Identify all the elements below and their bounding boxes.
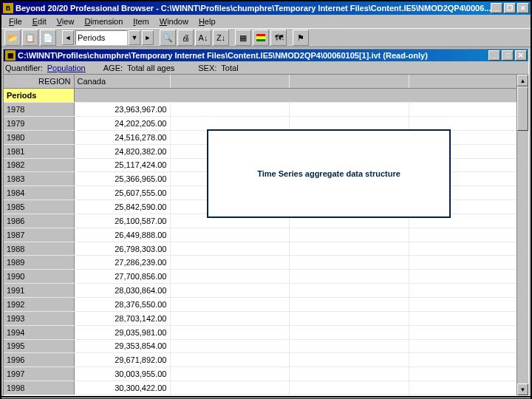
row-value[interactable]: 29,035,981.00 <box>74 325 170 339</box>
paste-icon[interactable]: 📄 <box>40 30 56 46</box>
dimension-selector[interactable]: Periods <box>75 30 127 45</box>
row-year[interactable]: 1990 <box>4 270 74 284</box>
age-label: AGE: <box>103 64 123 72</box>
chart-icon[interactable] <box>253 30 269 46</box>
app-icon: B <box>3 3 13 13</box>
row-value[interactable]: 28,376,550.00 <box>74 298 170 312</box>
doc-titlebar[interactable]: ▦ C:\WINNT\Profiles\chumphre\Temporary I… <box>4 50 528 61</box>
row-value[interactable]: 25,842,590.00 <box>74 200 170 214</box>
table-row[interactable]: 199027,700,856.00 <box>4 270 528 284</box>
row-year[interactable]: 1988 <box>4 242 74 256</box>
prev-button[interactable]: ◄ <box>62 30 74 45</box>
row-year[interactable]: 1982 <box>4 158 74 172</box>
table-row[interactable]: 199629,671,892.00 <box>4 353 528 367</box>
row-value[interactable]: 25,607,555.00 <box>74 186 170 200</box>
row-year[interactable]: 1989 <box>4 256 74 270</box>
menu-view[interactable]: View <box>52 16 79 27</box>
app-titlebar[interactable]: B Beyond 20/20 Professional Browser - C:… <box>1 1 531 15</box>
table-row[interactable]: 199830,300,422.00 <box>4 381 528 395</box>
scroll-down-icon[interactable]: ▼ <box>517 383 528 395</box>
row-year[interactable]: 1985 <box>4 200 74 214</box>
flag-icon[interactable]: ⚑ <box>293 30 309 46</box>
sex-value: Total <box>221 64 238 72</box>
row-year[interactable]: 1983 <box>4 172 74 186</box>
row-value[interactable]: 24,202,205.00 <box>74 117 170 131</box>
table-row[interactable]: 197823,963,967.00 <box>4 103 528 117</box>
vertical-scrollbar[interactable]: ▲ ▼ <box>516 75 528 395</box>
doc-close-button[interactable]: ✕ <box>515 50 527 61</box>
row-year[interactable]: 1981 <box>4 144 74 158</box>
row-value[interactable]: 25,117,424.00 <box>74 158 170 172</box>
map-icon[interactable]: 🗺 <box>270 30 287 46</box>
menu-file[interactable]: File <box>4 16 27 27</box>
row-year[interactable]: 1984 <box>4 186 74 200</box>
menu-item[interactable]: Item <box>129 16 153 27</box>
row-year[interactable]: 1979 <box>4 117 74 131</box>
table-row[interactable]: 197924,202,205.00 <box>4 117 528 131</box>
sort-desc-icon[interactable]: Z↓ <box>213 30 229 46</box>
row-value[interactable]: 28,703,142.00 <box>74 311 170 325</box>
row-value[interactable]: 29,353,854.00 <box>74 339 170 353</box>
row-value[interactable]: 23,963,967.00 <box>74 103 170 117</box>
table-row[interactable]: 198927,286,239.00 <box>4 256 528 270</box>
row-year[interactable]: 1992 <box>4 298 74 312</box>
row-year[interactable]: 1978 <box>4 103 74 117</box>
row-value[interactable]: 26,100,587.00 <box>74 214 170 228</box>
row-year[interactable]: 1980 <box>4 130 74 144</box>
toolbar: 📂 📋 📄 ◄ Periods ▼ ► 🔍 🖨 A↓ Z↓ ▦ 🗺 ⚑ <box>1 28 531 47</box>
column-canada[interactable]: Canada <box>74 75 170 89</box>
table-row[interactable]: 198726,449,888.00 <box>4 228 528 242</box>
dropdown-arrow-icon[interactable]: ▼ <box>129 30 140 45</box>
scroll-up-icon[interactable]: ▲ <box>517 75 528 86</box>
row-year[interactable]: 1987 <box>4 228 74 242</box>
scroll-thumb[interactable] <box>517 86 528 131</box>
row-year[interactable]: 1996 <box>4 353 74 367</box>
table-row[interactable]: 199429,035,981.00 <box>4 325 528 339</box>
row-value[interactable]: 29,671,892.00 <box>74 353 170 367</box>
row-year[interactable]: 1993 <box>4 311 74 325</box>
region-header[interactable]: REGION <box>4 75 74 89</box>
quantifier-value[interactable]: Population <box>47 64 86 72</box>
row-year[interactable]: 1997 <box>4 367 74 381</box>
row-value[interactable]: 27,286,239.00 <box>74 256 170 270</box>
table-row[interactable]: 198826,798,303.00 <box>4 242 528 256</box>
close-button[interactable]: ✕ <box>517 3 529 13</box>
row-year[interactable]: 1986 <box>4 214 74 228</box>
table-row[interactable]: 199228,376,550.00 <box>4 298 528 312</box>
row-value[interactable]: 27,700,856.00 <box>74 270 170 284</box>
row-value[interactable]: 26,449,888.00 <box>74 228 170 242</box>
next-button[interactable]: ► <box>142 30 154 45</box>
row-year[interactable]: 1995 <box>4 339 74 353</box>
find-icon[interactable]: 🔍 <box>160 30 176 46</box>
table-row[interactable]: 199328,703,142.00 <box>4 311 528 325</box>
print-icon[interactable]: 🖨 <box>177 30 194 46</box>
row-value[interactable]: 24,820,382.00 <box>74 144 170 158</box>
row-value[interactable]: 28,030,864.00 <box>74 284 170 298</box>
table-row[interactable]: 199128,030,864.00 <box>4 284 528 298</box>
menu-edit[interactable]: Edit <box>28 16 51 27</box>
doc-minimize-button[interactable]: _ <box>488 50 500 61</box>
table-icon[interactable]: ▦ <box>235 30 251 46</box>
row-value[interactable]: 30,300,422.00 <box>74 381 170 395</box>
row-value[interactable]: 25,366,965.00 <box>74 172 170 186</box>
copy-icon[interactable]: 📋 <box>22 30 38 46</box>
menu-window[interactable]: Window <box>155 16 193 27</box>
row-value[interactable]: 24,516,278.00 <box>74 130 170 144</box>
open-icon[interactable]: 📂 <box>4 30 21 46</box>
row-year[interactable]: 1994 <box>4 325 74 339</box>
sex-label: SEX: <box>198 64 216 72</box>
menu-help[interactable]: Help <box>194 16 220 27</box>
row-year[interactable]: 1991 <box>4 284 74 298</box>
row-value[interactable]: 30,003,955.00 <box>74 367 170 381</box>
table-row[interactable]: 199730,003,955.00 <box>4 367 528 381</box>
maximize-button[interactable]: ❐ <box>504 3 516 13</box>
row-year[interactable]: 1998 <box>4 381 74 395</box>
menu-dimension[interactable]: Dimension <box>80 16 127 27</box>
row-value[interactable]: 26,798,303.00 <box>74 242 170 256</box>
sort-asc-icon[interactable]: A↓ <box>195 30 211 46</box>
data-grid[interactable]: REGIONCanada Periods 197823,963,967.0019… <box>4 75 528 395</box>
periods-header[interactable]: Periods <box>4 89 74 103</box>
minimize-button[interactable]: _ <box>491 3 502 13</box>
doc-maximize-button[interactable]: □ <box>502 50 514 61</box>
table-row[interactable]: 199529,353,854.00 <box>4 339 528 353</box>
